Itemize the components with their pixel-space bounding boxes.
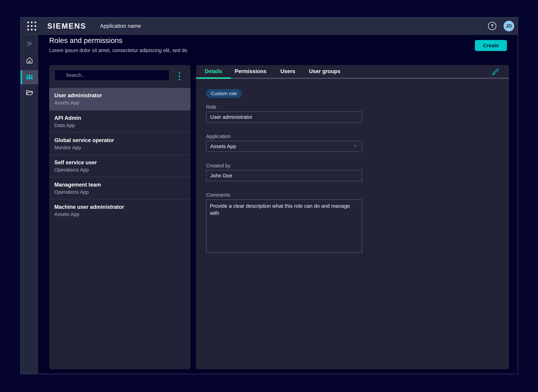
avatar[interactable]: JD <box>504 21 514 31</box>
tab-users[interactable]: Users <box>270 65 305 78</box>
role-app: Assets App <box>54 100 191 106</box>
nav-rail <box>21 35 38 374</box>
sidebar-item-files[interactable] <box>21 89 38 97</box>
comments-field-label: Comments <box>206 192 230 198</box>
details-tabbar: Details Permissions Users User groups <box>196 65 509 79</box>
custom-role-badge: Custom role <box>206 89 242 98</box>
role-list-item-management-team[interactable]: Management team Operations App <box>49 177 191 199</box>
tab-permissions[interactable]: Permissions <box>231 65 270 78</box>
role-name: User administrator <box>54 92 191 99</box>
application-name: Application name <box>100 23 141 29</box>
application-select[interactable]: Assets App <box>206 141 362 152</box>
role-list-item-api-admin[interactable]: API Admin Data App <box>49 110 191 132</box>
create-button[interactable]: Create <box>475 40 507 51</box>
sidebar-item-home[interactable] <box>21 56 38 65</box>
role-list-panel: User administrator Assets App API Admin … <box>49 65 191 369</box>
comments-textarea[interactable]: Provide a clear description what this ro… <box>206 200 362 253</box>
siemens-logo: SIEMENS <box>47 22 86 30</box>
chevron-down-icon <box>353 143 358 150</box>
search-row <box>49 65 191 88</box>
avatar-initials: JD <box>506 23 512 29</box>
app-window: SIEMENS Application name ? JD <box>20 17 518 374</box>
role-name: Global service operator <box>54 137 191 143</box>
sidebar-item-roles[interactable] <box>21 70 38 84</box>
application-field-label: Application <box>206 134 230 139</box>
role-list-item-machine-user-administrator[interactable]: Machine user administrator Assets App <box>49 199 191 221</box>
folder-open-icon <box>26 89 33 97</box>
role-app: Data App <box>54 123 191 128</box>
role-name: Self service user <box>54 159 191 166</box>
role-field-label: Role <box>206 104 216 110</box>
tab-details[interactable]: Details <box>196 65 231 78</box>
tab-user-groups[interactable]: User groups <box>305 65 344 78</box>
home-icon <box>26 56 33 65</box>
help-glyph: ? <box>491 23 494 29</box>
page-subtitle: Lorem ipsum dolor sit amet, consectetur … <box>49 48 187 53</box>
sidebar-expand-button[interactable] <box>21 40 38 48</box>
page-heading: Roles and permissions Lorem ipsum dolor … <box>49 36 187 53</box>
users-group-icon <box>25 73 34 82</box>
role-details-panel: Details Permissions Users User groups Cu… <box>196 65 509 369</box>
page-title: Roles and permissions <box>49 36 187 45</box>
role-app: Operations App <box>54 167 191 173</box>
role-list: User administrator Assets App API Admin … <box>49 88 191 221</box>
role-field-input[interactable] <box>206 112 362 123</box>
created-by-field-label: Created by <box>206 163 230 168</box>
role-name: Management team <box>54 182 191 188</box>
tabs: Details Permissions Users User groups <box>196 65 509 78</box>
role-list-item-user-administrator[interactable]: User administrator Assets App <box>49 88 191 110</box>
role-app: Monitor App <box>54 145 191 150</box>
help-icon[interactable]: ? <box>488 22 496 30</box>
application-select-value: Assets App <box>210 143 236 149</box>
double-chevron-right-icon <box>26 40 33 48</box>
edit-pencil-icon[interactable] <box>491 67 500 76</box>
role-app: Assets App <box>54 211 191 217</box>
role-name: API Admin <box>54 115 191 121</box>
kebab-menu-icon[interactable] <box>176 70 183 82</box>
role-list-item-global-service-operator[interactable]: Global service operator Monitor App <box>49 132 191 155</box>
role-list-item-self-service-user[interactable]: Self service user Operations App <box>49 155 191 177</box>
created-by-field-input[interactable] <box>206 170 362 181</box>
search-input[interactable] <box>54 70 169 81</box>
top-header-bar: SIEMENS Application name ? JD <box>21 18 518 35</box>
role-app: Operations App <box>54 189 191 195</box>
app-launcher-icon[interactable] <box>27 22 36 31</box>
role-name: Machine user administrator <box>54 204 191 210</box>
